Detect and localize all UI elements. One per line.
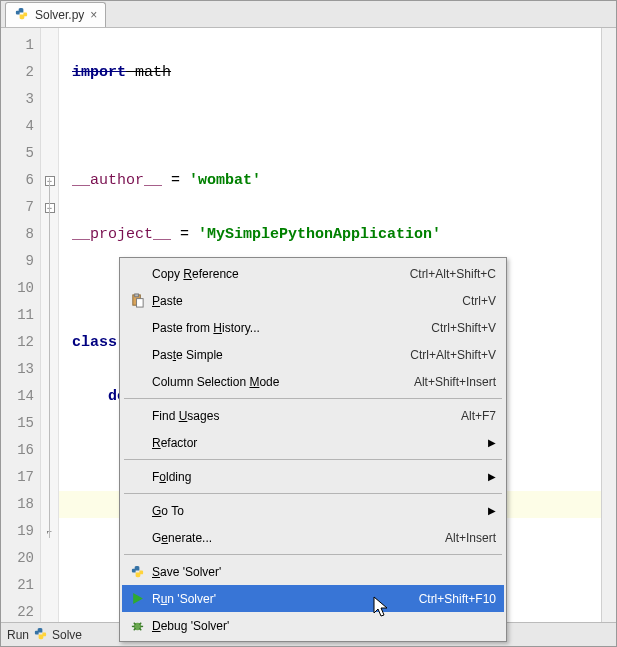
- line-number: 9: [1, 248, 40, 275]
- code-line: [59, 113, 616, 140]
- debug-icon: [126, 618, 148, 633]
- line-number: 16: [1, 437, 40, 464]
- menu-find-usages[interactable]: Find Usages Alt+F7: [122, 402, 504, 429]
- menu-go-to[interactable]: Go To ▶: [122, 497, 504, 524]
- line-number: 12: [1, 329, 40, 356]
- line-number: 4: [1, 113, 40, 140]
- line-number: 13: [1, 356, 40, 383]
- tab-bar: Solver.py ×: [1, 1, 616, 28]
- menu-paste-history[interactable]: Paste from History... Ctrl+Shift+V: [122, 314, 504, 341]
- menu-save-solver[interactable]: Save 'Solver': [122, 558, 504, 585]
- line-number: 17: [1, 464, 40, 491]
- menu-separator: [124, 554, 502, 555]
- python-file-icon: [33, 626, 48, 644]
- svg-line-7: [133, 623, 135, 625]
- menu-paste[interactable]: Paste Ctrl+V: [122, 287, 504, 314]
- file-tab[interactable]: Solver.py ×: [5, 2, 106, 27]
- line-number: 7: [1, 194, 40, 221]
- submenu-arrow-icon: ▶: [488, 471, 496, 482]
- menu-debug-solver[interactable]: Debug 'Solver': [122, 612, 504, 639]
- line-number: 5: [1, 140, 40, 167]
- menu-column-selection[interactable]: Column Selection Mode Alt+Shift+Insert: [122, 368, 504, 395]
- line-number: 14: [1, 383, 40, 410]
- menu-run-solver[interactable]: Run 'Solver' Ctrl+Shift+F10: [122, 585, 504, 612]
- submenu-arrow-icon: ▶: [488, 505, 496, 516]
- menu-separator: [124, 398, 502, 399]
- line-number: 6: [1, 167, 40, 194]
- line-number: 10: [1, 275, 40, 302]
- python-file-icon: [14, 6, 29, 24]
- line-number: 8: [1, 221, 40, 248]
- tab-filename: Solver.py: [35, 8, 84, 22]
- line-number: 21: [1, 572, 40, 599]
- line-number: 18: [1, 491, 40, 518]
- run-icon: [126, 592, 148, 605]
- submenu-arrow-icon: ▶: [488, 437, 496, 448]
- vertical-scrollbar[interactable]: [601, 28, 616, 622]
- line-number: 19: [1, 518, 40, 545]
- fold-column: − − ⌐: [41, 28, 59, 622]
- line-number: 15: [1, 410, 40, 437]
- svg-rect-2: [134, 294, 138, 297]
- menu-separator: [124, 459, 502, 460]
- line-number: 22: [1, 599, 40, 626]
- line-number: 11: [1, 302, 40, 329]
- status-run-label: Run: [7, 628, 29, 642]
- code-line: import math: [59, 59, 616, 86]
- status-target-label: Solve: [52, 628, 82, 642]
- line-number: 3: [1, 86, 40, 113]
- python-icon: [126, 564, 148, 579]
- svg-line-10: [139, 628, 141, 630]
- svg-line-8: [139, 623, 141, 625]
- close-tab-icon[interactable]: ×: [90, 8, 97, 22]
- code-line: __project__ = 'MySimplePythonApplication…: [59, 221, 616, 248]
- code-line: __author__ = 'wombat': [59, 167, 616, 194]
- line-number: 1: [1, 32, 40, 59]
- svg-rect-3: [136, 299, 143, 307]
- context-menu: Copy Reference Ctrl+Alt+Shift+C Paste Ct…: [119, 257, 507, 642]
- menu-generate[interactable]: Generate... Alt+Insert: [122, 524, 504, 551]
- line-number: 2: [1, 59, 40, 86]
- menu-refactor[interactable]: Refactor ▶: [122, 429, 504, 456]
- menu-copy-reference[interactable]: Copy Reference Ctrl+Alt+Shift+C: [122, 260, 504, 287]
- svg-line-9: [133, 628, 135, 630]
- paste-icon: [126, 293, 148, 308]
- line-number: 20: [1, 545, 40, 572]
- menu-separator: [124, 493, 502, 494]
- menu-folding[interactable]: Folding ▶: [122, 463, 504, 490]
- menu-paste-simple[interactable]: Paste Simple Ctrl+Alt+Shift+V: [122, 341, 504, 368]
- gutter: 1 2 3 4 5 6 7 8 9 10 11 12 13 14 15 16 1…: [1, 28, 41, 622]
